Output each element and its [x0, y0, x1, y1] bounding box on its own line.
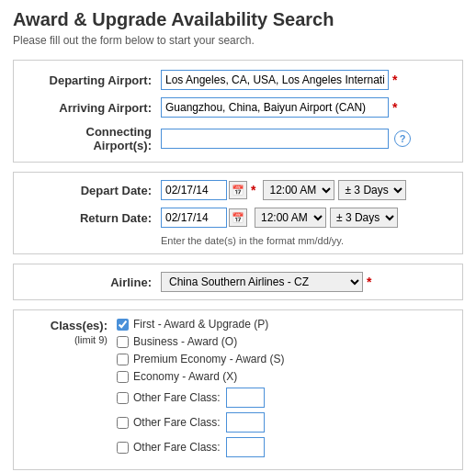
connecting-airport-input[interactable]: [161, 129, 389, 149]
connecting-airport-row: Connecting Airport(s): ?: [25, 125, 451, 152]
class-other1-input[interactable]: [226, 388, 265, 408]
arriving-airport-input[interactable]: [161, 97, 389, 118]
return-date-label: Return Date:: [25, 211, 161, 225]
class-other2-row: Other Fare Class:: [117, 412, 451, 433]
class-economy-label: Economy - Award (X): [133, 370, 237, 383]
classes-label-text: Class(es):: [51, 319, 108, 332]
classes-sublabel: (limit 9): [74, 334, 108, 345]
depart-calendar-icon[interactable]: 📅: [229, 181, 247, 199]
class-first-row: First - Award & Upgrade (P): [117, 318, 451, 331]
return-date-input[interactable]: [161, 208, 227, 228]
class-other2-input[interactable]: [226, 412, 265, 433]
return-time-select[interactable]: 12:00 AM 6:00 AM 12:00 PM 6:00 PM: [255, 208, 326, 228]
classes-label: Class(es): (limit 9): [25, 318, 117, 346]
departing-airport-label: Departing Airport:: [25, 73, 161, 87]
class-premium-row: Premium Economy - Award (S): [117, 353, 451, 365]
date-hint: Enter the date(s) in the format mm/dd/yy…: [161, 235, 451, 246]
class-other3-row: Other Fare Class:: [117, 437, 451, 457]
class-first-checkbox[interactable]: [117, 319, 129, 331]
depart-date-label: Depart Date:: [25, 184, 161, 197]
classes-checkboxes-col: First - Award & Upgrade (P) Business - A…: [117, 318, 451, 462]
page-subtitle: Please fill out the form below to start …: [13, 34, 463, 47]
arriving-required-star: *: [392, 100, 397, 115]
class-business-checkbox[interactable]: [117, 336, 129, 348]
departing-airport-input[interactable]: [161, 70, 389, 90]
class-business-label: Business - Award (O): [133, 335, 237, 348]
page-title: Award & Upgrade Availability Search: [13, 9, 463, 30]
class-first-label: First - Award & Upgrade (P): [133, 318, 268, 331]
depart-date-row: Depart Date: 📅 * 12:00 AM 6:00 AM 12:00 …: [25, 180, 451, 200]
connecting-airport-input-col: ?: [161, 129, 451, 149]
departing-required-star: *: [392, 73, 397, 87]
class-other2-label: Other Fare Class:: [133, 416, 221, 429]
airline-select[interactable]: China Southern Airlines - CZ All Airline…: [161, 272, 363, 292]
class-business-row: Business - Award (O): [117, 335, 451, 348]
class-premium-label: Premium Economy - Award (S): [133, 353, 285, 365]
return-date-row: Return Date: 📅 12:00 AM 6:00 AM 12:00 PM…: [25, 208, 451, 228]
airline-row: Airline: China Southern Airlines - CZ Al…: [25, 272, 451, 292]
airline-required-star: *: [367, 275, 371, 289]
depart-time-select[interactable]: 12:00 AM 6:00 AM 12:00 PM 6:00 PM: [263, 180, 334, 200]
class-economy-checkbox[interactable]: [117, 371, 129, 383]
arriving-airport-row: Arriving Airport: *: [25, 97, 451, 118]
class-other3-label: Other Fare Class:: [133, 441, 221, 454]
class-other3-input[interactable]: [226, 437, 265, 457]
depart-date-input-col: 📅 * 12:00 AM 6:00 AM 12:00 PM 6:00 PM ± …: [161, 180, 451, 200]
class-other3-checkbox[interactable]: [117, 442, 129, 454]
return-date-input-col: 📅 12:00 AM 6:00 AM 12:00 PM 6:00 PM ± 0 …: [161, 208, 451, 228]
class-premium-checkbox[interactable]: [117, 354, 129, 365]
depart-date-input[interactable]: [161, 180, 227, 200]
dates-section: Depart Date: 📅 * 12:00 AM 6:00 AM 12:00 …: [13, 172, 463, 254]
return-days-select[interactable]: ± 0 Days ± 1 Days ± 2 Days ± 3 Days ± 5 …: [330, 208, 398, 228]
class-other1-label: Other Fare Class:: [133, 391, 221, 404]
arriving-airport-input-col: *: [161, 97, 451, 118]
class-other1-row: Other Fare Class:: [117, 388, 451, 408]
connecting-help-icon[interactable]: ?: [394, 130, 411, 147]
depart-days-select[interactable]: ± 0 Days ± 1 Days ± 2 Days ± 3 Days ± 5 …: [338, 180, 406, 200]
class-other1-checkbox[interactable]: [117, 392, 129, 404]
class-economy-row: Economy - Award (X): [117, 370, 451, 383]
return-calendar-icon[interactable]: 📅: [229, 208, 247, 227]
connecting-airport-label: Connecting Airport(s):: [25, 125, 161, 152]
airline-section: Airline: China Southern Airlines - CZ Al…: [13, 264, 463, 300]
classes-section: Class(es): (limit 9) First - Award & Upg…: [13, 309, 463, 470]
departing-airport-row: Departing Airport: *: [25, 70, 451, 90]
depart-required-star: *: [251, 183, 255, 197]
arriving-airport-label: Arriving Airport:: [25, 101, 161, 115]
classes-row: Class(es): (limit 9) First - Award & Upg…: [25, 318, 451, 462]
departing-airport-input-col: *: [161, 70, 451, 90]
airline-label: Airline:: [25, 275, 161, 289]
airports-section: Departing Airport: * Arriving Airport: *…: [13, 60, 463, 163]
airline-input-col: China Southern Airlines - CZ All Airline…: [161, 272, 451, 292]
class-other2-checkbox[interactable]: [117, 417, 129, 429]
